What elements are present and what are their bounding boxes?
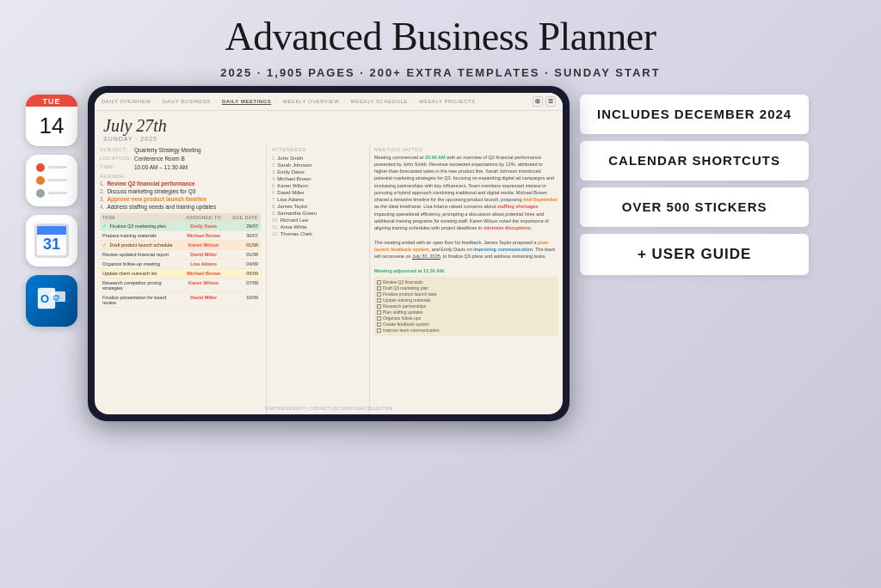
page-header: Advanced Business Planner 2025 · 1,905 P…	[0, 0, 881, 86]
nav-icon-grid[interactable]: ⊞	[533, 96, 543, 107]
attendees-panel: ATTENDEES 1John Smith 2Sarah Johnson 3Em…	[267, 144, 370, 414]
time-value: 10:00 AM – 11:30 AM	[134, 164, 188, 170]
check-item-9: Improve team communication	[377, 328, 556, 334]
attendee-10: 10Richard Lee	[272, 217, 364, 224]
check-item-4: Update training materials	[377, 297, 556, 303]
notes-panel: MEETING NOTES Meeting commenced at 10:00…	[370, 144, 563, 414]
subject-label: SUBJECT:	[100, 147, 134, 153]
gcal-top-bar	[37, 226, 66, 235]
nav-icon-menu[interactable]: ☰	[545, 96, 556, 107]
card-stickers-title: OVER 500 STICKERS	[622, 199, 767, 214]
planner-header: July 27th SUNDAY · 2025	[95, 111, 563, 144]
task-table-header: TASK ASSIGNED TO DUE DATE	[100, 213, 261, 222]
attendee-6: 6David Miller	[272, 189, 364, 196]
device-screen: DAILY OVERVIEW | DAILY BUSINESS | DAILY …	[95, 93, 563, 414]
outlook-label: O @	[36, 283, 67, 319]
agenda-item-1: 1. Review Q2 financial performance	[100, 181, 261, 187]
reminder-dot-3	[36, 189, 67, 198]
dot-red	[36, 163, 45, 172]
calendar-app-icon[interactable]: TUE 14	[26, 95, 77, 146]
attendee-7: 7Lisa Adams	[272, 196, 364, 203]
google-calendar-app-icon[interactable]: 31	[26, 215, 77, 266]
attendee-9: 9Samantha Green	[272, 210, 364, 217]
card-user-guide-title: + USER GUIDE	[638, 246, 751, 262]
nav-weekly-projects[interactable]: WEEKLY PROJECTS	[419, 99, 476, 104]
card-calendar-shortcuts: CALENDAR SHORTCUTS	[580, 141, 809, 181]
gcal-number: 31	[37, 235, 66, 255]
device-footer: GYATTAN DESIGN™ | CONTACT US | SHOP OUR …	[95, 406, 563, 411]
task-row-4: Review updated financial report David Mi…	[100, 250, 261, 260]
card-december: INCLUDES DECEMBER 2024	[580, 95, 809, 134]
outlook-app-icon[interactable]: O @	[26, 275, 77, 327]
subtitle: 2025 · 1,905 PAGES · 200+ EXTRA TEMPLATE…	[0, 66, 881, 79]
task-row-5: Organize follow-up meeting Lisa Adams 04…	[100, 260, 261, 269]
nav-weekly-overview[interactable]: WEEKLY OVERVIEW	[282, 99, 339, 104]
planner-nav: DAILY OVERVIEW | DAILY BUSINESS | DAILY …	[95, 93, 563, 111]
location-value: Conference Room B	[134, 156, 185, 162]
card-calendar-shortcuts-title: CALENDAR SHORTCUTS	[608, 153, 780, 168]
dot-gray	[36, 189, 45, 198]
time-label: TIME:	[100, 164, 134, 170]
dot-line-2	[48, 179, 67, 181]
attendee-3: 3Emily Davis	[272, 168, 364, 175]
agenda-text-3: Approve new product launch timeline	[107, 196, 206, 202]
check-item-1: Review Q2 financials	[377, 279, 556, 285]
check-item-2: Draft Q3 marketing plan	[377, 285, 556, 291]
agenda-text-4: Address staffing needs and training upda…	[107, 204, 216, 210]
left-icons: TUE 14	[26, 86, 77, 327]
agenda-text-1: Review Q2 financial performance	[107, 181, 194, 187]
task-row-6: Update client outreach list Michael Brow…	[100, 269, 261, 279]
dot-orange	[36, 176, 45, 185]
task-row-8: Finalize presentation for board review D…	[100, 293, 261, 308]
gcal-inner: 31	[34, 224, 69, 258]
content-area: TUE 14	[0, 86, 881, 421]
reminder-dots-container	[36, 163, 67, 198]
agenda-section: AGENDA: 1. Review Q2 financial performan…	[100, 174, 261, 210]
nav-weekly-schedule[interactable]: WEEKLY SCHEDULE	[351, 99, 408, 104]
location-row: LOCATION: Conference Room B	[100, 156, 261, 162]
card-stickers: OVER 500 STICKERS	[580, 187, 809, 227]
task-row-2: Prepare training materials Michael Brown…	[100, 231, 261, 241]
time-row: TIME: 10:00 AM – 11:30 AM	[100, 164, 261, 170]
left-panel: SUBJECT: Quarterly Strategy Meeting LOCA…	[95, 144, 267, 414]
attendee-12: 12Thomas Clark	[272, 230, 364, 237]
task-header-assigned: ASSIGNED TO	[181, 215, 227, 220]
reminder-dot-2	[36, 176, 67, 185]
agenda-item-2: 2. Discuss marketing strategies for Q3	[100, 188, 261, 194]
calendar-day: TUE	[26, 95, 77, 107]
attendee-5: 5Karen Wilson	[272, 182, 364, 189]
date-container: July 27th SUNDAY · 2025	[103, 116, 167, 142]
nav-daily-business[interactable]: DAILY BUSINESS	[163, 99, 211, 104]
task-header-due: DUE DATE	[227, 215, 258, 220]
check-item-8: Create feedback system	[377, 322, 556, 328]
dot-line-3	[48, 192, 67, 194]
task-row-3: ✓ Draft product launch schedule Karen Wi…	[100, 241, 261, 250]
notes-label: MEETING NOTES	[374, 147, 558, 152]
agenda-text-2: Discuss marketing strategies for Q3	[107, 188, 195, 194]
checklist-box: Review Q2 financials Draft Q3 marketing …	[374, 277, 558, 336]
calendar-number: 14	[26, 107, 77, 146]
planner-body: SUBJECT: Quarterly Strategy Meeting LOCA…	[95, 144, 563, 414]
svg-text:@: @	[52, 293, 60, 302]
check-item-6: Plan staffing updates	[377, 309, 556, 315]
attendee-1: 1John Smith	[272, 155, 364, 162]
check-item-5: Research partnerships	[377, 303, 556, 309]
attendee-4: 4Michael Brown	[272, 175, 364, 182]
reminders-app-icon[interactable]	[26, 155, 77, 206]
card-user-guide: + USER GUIDE	[580, 234, 809, 275]
nav-daily-overview[interactable]: DAILY OVERVIEW	[102, 99, 151, 104]
task-row-1: ✓ Finalize Q3 marketing plan Emily Davis…	[100, 222, 261, 231]
card-december-title: INCLUDES DECEMBER 2024	[597, 107, 792, 121]
attendees-label: ATTENDEES	[272, 147, 364, 152]
device-mockup: DAILY OVERVIEW | DAILY BUSINESS | DAILY …	[88, 86, 570, 421]
attendee-8: 8James Taylor	[272, 203, 364, 210]
attendee-11: 11Anna White	[272, 224, 364, 230]
subject-row: SUBJECT: Quarterly Strategy Meeting	[100, 147, 261, 153]
location-label: LOCATION:	[100, 156, 134, 162]
dot-line-1	[48, 166, 67, 168]
check-item-3: Finalize product launch date	[377, 291, 556, 297]
task-table: TASK ASSIGNED TO DUE DATE ✓ Finalize Q3 …	[100, 213, 261, 308]
nav-daily-meetings[interactable]: DAILY MEETINGS	[222, 99, 271, 104]
attendee-2: 2Sarah Johnson	[272, 162, 364, 168]
main-title: Advanced Business Planner	[0, 15, 881, 59]
